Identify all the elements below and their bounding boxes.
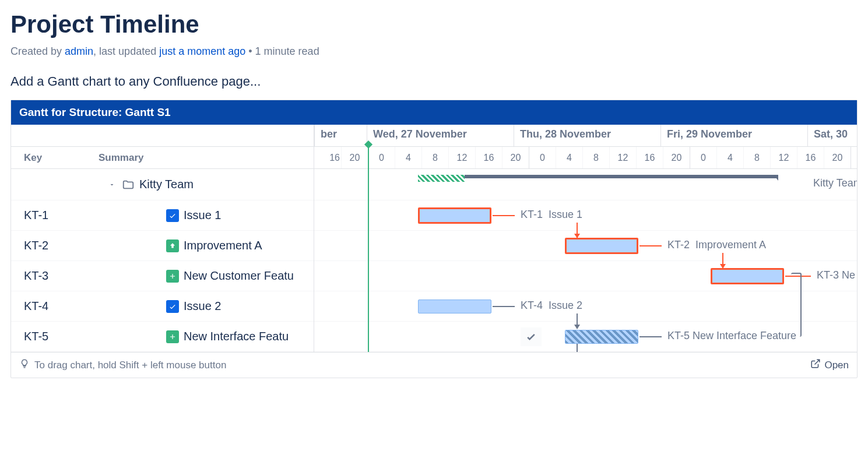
group-label: Kitty Team [813, 177, 857, 189]
hour-tick: 0 [690, 147, 716, 168]
gantt-row: Kitty Team [314, 169, 857, 200]
page-title: Project Timeline [10, 10, 858, 38]
task-label: KT-2 Improvement A [664, 239, 766, 251]
chevron-down-icon[interactable] [107, 179, 117, 190]
hour-tick: 12 [770, 147, 797, 168]
hour-tick: 20 [341, 147, 368, 168]
issue-summary: New Interface Featu [184, 330, 289, 343]
task-label: KT-3 Ne [813, 269, 855, 281]
list-item[interactable]: Kitty Team [11, 169, 314, 200]
folder-icon [122, 178, 135, 191]
hour-tick: 8 [743, 147, 770, 168]
column-headers: Key Summary [11, 147, 314, 169]
hour-tick: 8 [582, 147, 609, 168]
dependency-arrow [577, 344, 578, 352]
read-separator: • [245, 45, 255, 57]
gantt-row: KT-2 Improvement A [314, 231, 857, 261]
open-button[interactable]: Open [810, 358, 849, 372]
task-label: KT-4 Issue 2 [517, 300, 582, 312]
issue-summary: Improvement A [184, 239, 262, 252]
now-marker [368, 147, 369, 352]
label-connector [493, 215, 515, 216]
column-key[interactable]: Key [11, 152, 99, 164]
hour-tick: 0 [368, 147, 395, 168]
label-connector [639, 245, 662, 246]
gantt-left-pane: Key Summary Kitty Team KT-1 Issue 1 KT-2… [11, 125, 314, 352]
hour-tick: 20 [502, 147, 529, 168]
list-item[interactable]: KT-1 Issue 1 [11, 200, 314, 231]
day-header: ber [314, 125, 367, 146]
hour-tick: 16 [475, 147, 502, 168]
group-name: Kitty Team [139, 178, 194, 191]
gantt-body: Key Summary Kitty Team KT-1 Issue 1 KT-2… [11, 125, 857, 352]
group-progress [418, 175, 465, 182]
timeline-hours: 162004812162004812162004812162004 [314, 147, 857, 169]
dependency-arrow [577, 313, 578, 329]
column-summary[interactable]: Summary [99, 152, 314, 164]
list-item[interactable]: KT-3 New Customer Featu [11, 261, 314, 291]
timeline-days: berWed, 27 NovemberThu, 28 NovemberFri, … [314, 125, 857, 147]
gantt-row: KT-3 Ne [314, 261, 857, 291]
intro-text: Add a Gantt chart to any Confluence page… [10, 74, 858, 89]
day-header: Thu, 28 November [514, 125, 660, 146]
task-bar[interactable] [565, 330, 638, 344]
hour-tick: 4 [556, 147, 582, 168]
day-header: Fri, 29 November [660, 125, 807, 146]
issue-summary: New Customer Featu [184, 269, 294, 283]
checkmark-icon [521, 327, 542, 346]
hour-tick: 12 [609, 147, 636, 168]
hour-tick: 8 [421, 147, 448, 168]
issue-summary: Issue 1 [184, 209, 221, 222]
lightbulb-icon [19, 358, 30, 372]
updated-label: , last updated [93, 45, 159, 57]
list-item[interactable]: KT-4 Issue 2 [11, 291, 314, 322]
task-bar[interactable] [565, 238, 638, 254]
dependency-arrow [722, 253, 723, 268]
hour-tick: 20 [824, 147, 851, 168]
day-header: Sat, 30 [807, 125, 857, 146]
gantt-row: KT-1 Issue 1 [314, 200, 857, 231]
author-link[interactable]: admin [65, 45, 93, 57]
updated-link[interactable]: just a moment ago [159, 45, 245, 57]
page-meta: Created by admin, last updated just a mo… [10, 45, 858, 58]
hour-tick: 16 [636, 147, 663, 168]
task-label: KT-5 New Interface Feature [664, 330, 796, 342]
external-link-icon [810, 358, 821, 372]
gantt-rows: Kitty Team KT-1 Issue 1KT-2 Improvement … [314, 169, 857, 352]
label-connector [639, 336, 662, 337]
created-by-label: Created by [10, 45, 65, 57]
open-label: Open [824, 360, 849, 371]
label-connector [493, 306, 515, 307]
gantt-footer: To drag chart, hold Shift + left mouse b… [11, 352, 857, 378]
gantt-row: KT-5 New Interface Feature [314, 322, 857, 352]
hint-text: To drag chart, hold Shift + left mouse b… [34, 360, 226, 371]
hour-tick: 0 [851, 147, 857, 168]
task-bar[interactable] [711, 268, 784, 284]
feature-icon [166, 330, 179, 343]
task-bar[interactable] [418, 207, 491, 224]
dependency-elbow [791, 273, 802, 337]
hour-tick: 16 [797, 147, 824, 168]
day-header: Wed, 27 November [367, 125, 514, 146]
task-label: KT-1 Issue 1 [517, 209, 582, 221]
task-icon [166, 300, 179, 313]
dependency-arrow [577, 223, 578, 238]
hour-tick: 4 [716, 147, 743, 168]
gantt-row: KT-4 Issue 2 [314, 291, 857, 322]
hour-tick: 20 [663, 147, 690, 168]
hour-tick: 12 [448, 147, 475, 168]
hour-tick: 4 [395, 147, 421, 168]
improv-icon [166, 239, 179, 252]
gantt-chart-pane[interactable]: berWed, 27 NovemberThu, 28 NovemberFri, … [314, 125, 857, 352]
group-bar[interactable] [418, 175, 778, 178]
list-item[interactable]: KT-2 Improvement A [11, 231, 314, 261]
hour-tick: 0 [529, 147, 556, 168]
task-bar[interactable] [418, 300, 491, 313]
issue-summary: Issue 2 [184, 300, 221, 313]
gantt-title: Gantt for Structure: Gantt S1 [11, 100, 857, 125]
hour-tick: 16 [314, 147, 341, 168]
read-time: 1 minute read [255, 45, 319, 57]
list-item[interactable]: KT-5 New Interface Featu [11, 322, 314, 352]
feature-icon [166, 270, 179, 283]
gantt-macro: Gantt for Structure: Gantt S1 Key Summar… [10, 100, 858, 378]
